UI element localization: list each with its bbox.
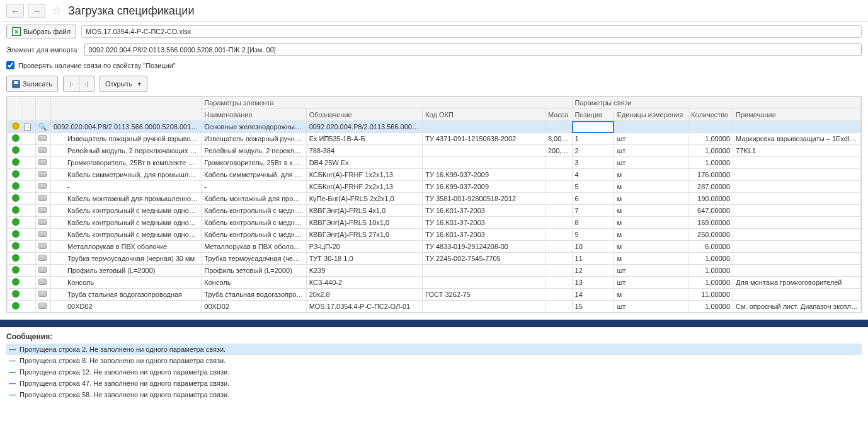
col-tree-header[interactable] bbox=[50, 97, 201, 121]
nav-back-button[interactable]: ← bbox=[6, 4, 24, 18]
table-row[interactable]: Кабель симметричный, для промышле…Кабель… bbox=[8, 169, 861, 181]
tree-cell[interactable]: Трубка термоусадочная (черная) 30 мм bbox=[50, 253, 201, 265]
col-unit-header[interactable]: Единицы измерения bbox=[614, 109, 688, 121]
col-status-header[interactable] bbox=[8, 97, 21, 121]
mass-cell[interactable] bbox=[545, 217, 572, 229]
note-cell[interactable] bbox=[733, 265, 861, 277]
col-group-element[interactable]: Параметры элемента bbox=[202, 97, 572, 109]
table-row[interactable]: Профиль зетовый (L=2000)Профиль зетовый … bbox=[8, 265, 861, 277]
name-cell[interactable]: Кабель контрольный с медны… bbox=[202, 229, 306, 241]
okp-cell[interactable] bbox=[423, 277, 545, 289]
note-cell[interactable] bbox=[733, 157, 861, 169]
message-item[interactable]: —Пропущена строка 8. Не заполнено ни одн… bbox=[6, 355, 862, 366]
message-item[interactable]: —Пропущена строка 2. Не заполнено ни одн… bbox=[6, 344, 862, 355]
tree-cell[interactable]: Профиль зетовый (L=2000) bbox=[50, 265, 201, 277]
name-cell[interactable]: Громкоговоритель, 25Вт в ко… bbox=[202, 157, 306, 169]
note-cell[interactable] bbox=[733, 193, 861, 205]
pos-cell[interactable] bbox=[572, 121, 614, 133]
oboz-cell[interactable]: ТУТ 30-18 1,0 bbox=[306, 253, 423, 265]
qty-cell[interactable] bbox=[688, 121, 733, 133]
mass-cell[interactable] bbox=[545, 301, 572, 313]
unit-cell[interactable]: шт bbox=[614, 157, 688, 169]
name-cell[interactable]: Профиль зетовый (L=2000) bbox=[202, 265, 306, 277]
unit-cell[interactable]: м bbox=[614, 193, 688, 205]
unit-cell[interactable]: м bbox=[614, 253, 688, 265]
name-cell[interactable]: Основные железнодорожные … bbox=[202, 121, 306, 133]
nav-forward-button[interactable]: → bbox=[28, 4, 45, 18]
message-item[interactable]: —Пропущена строка 47. Не заполнено ни од… bbox=[6, 378, 862, 389]
save-button[interactable]: Записать bbox=[6, 76, 58, 92]
unit-cell[interactable]: м bbox=[614, 181, 688, 193]
note-cell[interactable] bbox=[733, 169, 861, 181]
col-okp-header[interactable]: Код ОКП bbox=[423, 109, 545, 121]
unit-cell[interactable]: шт bbox=[614, 277, 688, 289]
pos-cell[interactable]: 10 bbox=[572, 241, 614, 253]
filename-field[interactable]: MOS.17.0354.4-Р-С-ПС2-СО.xlsx bbox=[81, 25, 862, 38]
okp-cell[interactable]: ТУ 4371-091-12150638-2002 bbox=[423, 133, 545, 145]
col-oboz-header[interactable]: Обозначение bbox=[306, 109, 423, 121]
tree-cell[interactable]: Кабель контрольный с медными одноп… bbox=[50, 229, 201, 241]
tree-cell[interactable]: Кабель монтажный для промышленно… bbox=[50, 193, 201, 205]
qty-cell[interactable]: 169,00000 bbox=[688, 217, 733, 229]
note-cell[interactable]: См. опросный лист. Диапазон эксплуатаци… bbox=[733, 301, 861, 313]
oboz-cell[interactable]: K239 bbox=[306, 265, 423, 277]
okp-cell[interactable] bbox=[423, 265, 545, 277]
oboz-cell[interactable]: КСБКнг(А)-FRHF 2x2x1,13 bbox=[306, 181, 423, 193]
note-cell[interactable]: 77KL1 bbox=[733, 145, 861, 157]
note-cell[interactable]: Для монтажа громкоговорителей bbox=[733, 277, 861, 289]
name-cell[interactable]: Трубка термоусадочная (черн… bbox=[202, 253, 306, 265]
check-positions-checkbox[interactable] bbox=[6, 61, 14, 69]
qty-cell[interactable]: 1,00000 bbox=[688, 301, 733, 313]
note-cell[interactable] bbox=[733, 289, 861, 301]
mass-cell[interactable] bbox=[545, 265, 572, 277]
okp-cell[interactable]: ТУ 16.К01-37-2003 bbox=[423, 229, 545, 241]
message-item[interactable]: —Пропущена строка 12. Не заполнено ни од… bbox=[6, 366, 862, 378]
table-row[interactable]: Кабель контрольный с медными одноп…Кабел… bbox=[8, 229, 861, 241]
expand-button[interactable]: ·⟩ bbox=[79, 76, 94, 91]
okp-cell[interactable]: ТУ 16.К01-37-2003 bbox=[423, 217, 545, 229]
note-cell[interactable] bbox=[733, 181, 861, 193]
mass-cell[interactable] bbox=[545, 157, 572, 169]
table-row[interactable]: Извещатель пожарный ручной взрыво…Извеща… bbox=[8, 133, 861, 145]
tree-cell[interactable]: Релейный модуль, 2 переключающих к… bbox=[50, 145, 201, 157]
unit-cell[interactable]: шт bbox=[614, 145, 688, 157]
oboz-cell[interactable]: 20x2,8 bbox=[306, 289, 423, 301]
unit-cell[interactable]: м bbox=[614, 169, 688, 181]
tree-cell[interactable]: - bbox=[50, 181, 201, 193]
oboz-cell[interactable]: КСЗ-440-2 bbox=[306, 277, 423, 289]
okp-cell[interactable]: ГОСТ 3262-75 bbox=[423, 289, 545, 301]
okp-cell[interactable] bbox=[423, 121, 545, 133]
name-cell[interactable]: Кабель монтажный для пром… bbox=[202, 193, 306, 205]
table-row[interactable]: --КСБКнг(А)-FRHF 2x2x1,13ТУ 16.К99-037-2… bbox=[8, 181, 861, 193]
oboz-cell[interactable]: РЗ-ЦП-20 bbox=[306, 241, 423, 253]
qty-cell[interactable]: 1,00000 bbox=[688, 265, 733, 277]
col-mass-header[interactable]: Масса bbox=[545, 109, 572, 121]
okp-cell[interactable]: ТУ 16.К99-037-2009 bbox=[423, 169, 545, 181]
col-type-header[interactable] bbox=[35, 97, 50, 121]
note-cell[interactable] bbox=[733, 241, 861, 253]
name-cell[interactable]: 00XD02 bbox=[202, 301, 306, 313]
tree-cell[interactable]: Извещатель пожарный ручной взрыво… bbox=[50, 133, 201, 145]
tree-cell[interactable]: Труба стальная водогазопроводная bbox=[50, 289, 201, 301]
table-row-root[interactable]: −🔍0092.020.004.Р8/2.0113.566.0000.5208.0… bbox=[8, 121, 861, 133]
col-expand-header[interactable] bbox=[21, 97, 35, 121]
oboz-cell[interactable]: 788-384 bbox=[306, 145, 423, 157]
mass-cell[interactable] bbox=[545, 229, 572, 241]
okp-cell[interactable]: ТУ 3581-001-92800518-2012 bbox=[423, 193, 545, 205]
pos-cell[interactable]: 14 bbox=[572, 289, 614, 301]
pos-cell[interactable]: 9 bbox=[572, 229, 614, 241]
table-row[interactable]: Релейный модуль, 2 переключающих к…Релей… bbox=[8, 145, 861, 157]
oboz-cell[interactable]: DB4 25W Ex bbox=[306, 157, 423, 169]
name-cell[interactable]: - bbox=[202, 181, 306, 193]
name-cell[interactable]: Металлорукав в ПВХ оболочке bbox=[202, 241, 306, 253]
note-cell[interactable] bbox=[733, 205, 861, 217]
pos-cell[interactable]: 7 bbox=[572, 205, 614, 217]
select-file-button[interactable]: X Выбрать файл bbox=[6, 25, 76, 38]
open-button[interactable]: Открыть ▼ bbox=[100, 76, 147, 92]
pos-cell[interactable]: 5 bbox=[572, 181, 614, 193]
col-group-link[interactable]: Параметры связи bbox=[572, 97, 860, 109]
mass-cell[interactable] bbox=[545, 181, 572, 193]
pos-cell[interactable]: 12 bbox=[572, 265, 614, 277]
note-cell[interactable] bbox=[733, 121, 861, 133]
qty-cell[interactable]: 1,00000 bbox=[688, 157, 733, 169]
